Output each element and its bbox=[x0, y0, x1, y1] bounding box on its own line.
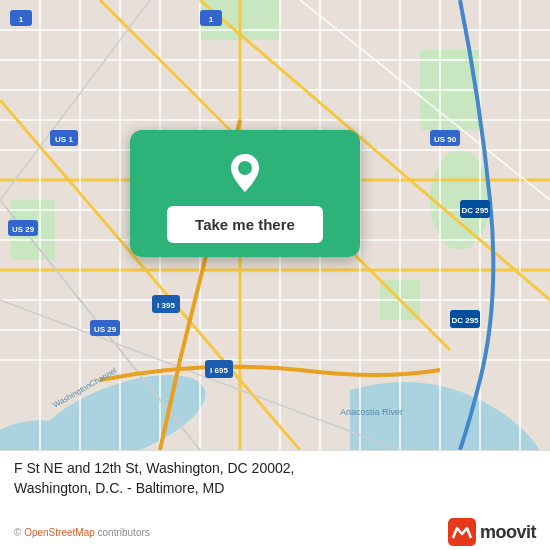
svg-text:US 50: US 50 bbox=[434, 135, 457, 144]
svg-text:DC 295: DC 295 bbox=[451, 316, 479, 325]
svg-rect-65 bbox=[448, 518, 476, 546]
svg-point-64 bbox=[238, 161, 252, 175]
map-container: 1 1 US 1 US 29 US 29 US 50 US 50 I 395 I… bbox=[0, 0, 550, 450]
address-line2: Washington, D.C. - Baltimore, MD bbox=[14, 480, 224, 496]
location-pin-icon bbox=[221, 148, 269, 196]
bottom-footer: © OpenStreetMap contributors moovit bbox=[14, 518, 536, 546]
svg-text:US 29: US 29 bbox=[12, 225, 35, 234]
svg-text:I 395: I 395 bbox=[157, 301, 175, 310]
attribution-prefix: © bbox=[14, 527, 24, 538]
osm-attribution: © OpenStreetMap contributors bbox=[14, 527, 150, 538]
moovit-brand-text: moovit bbox=[480, 522, 536, 543]
svg-text:US 29: US 29 bbox=[94, 325, 117, 334]
svg-text:1: 1 bbox=[19, 15, 24, 24]
svg-text:I 695: I 695 bbox=[210, 366, 228, 375]
app: 1 1 US 1 US 29 US 29 US 50 US 50 I 395 I… bbox=[0, 0, 550, 550]
svg-text:US 1: US 1 bbox=[55, 135, 73, 144]
address-text: F St NE and 12th St, Washington, DC 2000… bbox=[14, 459, 536, 514]
svg-text:DC 295: DC 295 bbox=[461, 206, 489, 215]
take-me-there-button[interactable]: Take me there bbox=[167, 206, 323, 243]
bottom-bar: F St NE and 12th St, Washington, DC 2000… bbox=[0, 450, 550, 550]
osm-link[interactable]: OpenStreetMap bbox=[24, 527, 95, 538]
svg-text:1: 1 bbox=[209, 15, 214, 24]
attribution-suffix: contributors bbox=[95, 527, 150, 538]
moovit-logo: moovit bbox=[448, 518, 536, 546]
address-line1: F St NE and 12th St, Washington, DC 2000… bbox=[14, 460, 294, 476]
moovit-logo-icon bbox=[448, 518, 476, 546]
svg-text:Anacostia River: Anacostia River bbox=[340, 407, 403, 417]
location-card: Take me there bbox=[130, 130, 360, 257]
